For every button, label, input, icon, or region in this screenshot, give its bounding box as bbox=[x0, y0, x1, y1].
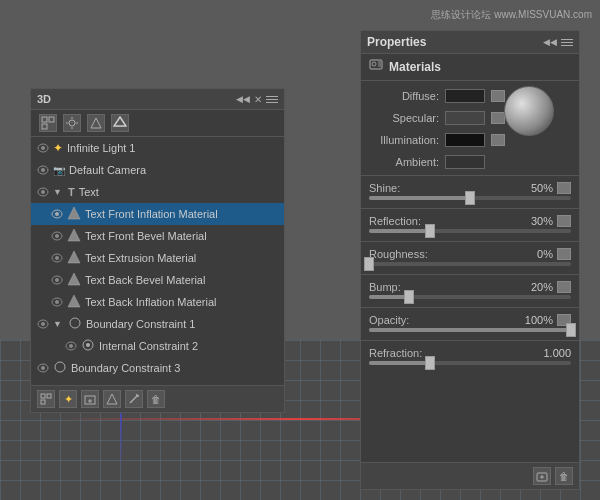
opacity-track[interactable] bbox=[369, 328, 571, 332]
svg-marker-17 bbox=[68, 207, 80, 219]
visibility-icon[interactable] bbox=[37, 164, 49, 176]
toolbar-light-btn[interactable] bbox=[63, 114, 81, 132]
visibility-icon[interactable] bbox=[37, 318, 49, 330]
panel-collapse-btn[interactable]: ◀◀ bbox=[236, 94, 250, 104]
refraction-thumb[interactable] bbox=[425, 356, 435, 370]
roughness-folder-btn[interactable] bbox=[557, 248, 571, 260]
roughness-thumb[interactable] bbox=[364, 257, 374, 271]
layer-text-front-inflation[interactable]: Text Front Inflation Material bbox=[31, 203, 284, 225]
refraction-track[interactable] bbox=[369, 361, 571, 365]
layer-type-icon: ✦ bbox=[53, 141, 63, 155]
layer-name: Internal Constraint 2 bbox=[99, 340, 278, 352]
panel-close-btn[interactable]: ✕ bbox=[254, 94, 262, 105]
visibility-icon[interactable] bbox=[51, 208, 63, 220]
opacity-thumb[interactable] bbox=[566, 323, 576, 337]
diffuse-swatch[interactable] bbox=[445, 89, 485, 103]
svg-point-32 bbox=[70, 318, 80, 328]
bottom-new-btn[interactable] bbox=[81, 390, 99, 408]
roughness-label-row: Roughness: 0% bbox=[369, 248, 571, 260]
shine-fill bbox=[369, 196, 470, 200]
illumination-row: Illumination: bbox=[361, 129, 521, 151]
reflection-folder-btn[interactable] bbox=[557, 215, 571, 227]
illumination-folder-btn[interactable] bbox=[491, 134, 505, 146]
bottom-delete-btn[interactable]: 🗑 bbox=[147, 390, 165, 408]
illumination-swatch[interactable] bbox=[445, 133, 485, 147]
toolbar-scene-btn[interactable] bbox=[39, 114, 57, 132]
refraction-fill bbox=[369, 361, 430, 365]
visibility-icon[interactable] bbox=[37, 142, 49, 154]
bump-thumb[interactable] bbox=[404, 290, 414, 304]
bump-track[interactable] bbox=[369, 295, 571, 299]
panel-3d: 3D ◀◀ ✕ ✦ Infinite Light 1 bbox=[30, 88, 285, 413]
opacity-label-row: Opacity: 100% bbox=[369, 314, 571, 326]
ambient-swatch[interactable] bbox=[445, 155, 485, 169]
refraction-label: Refraction: bbox=[369, 347, 422, 359]
panel-properties: Properties ◀◀ Materials Diffuse: Specula… bbox=[360, 30, 580, 490]
visibility-icon[interactable] bbox=[37, 186, 49, 198]
layer-boundary-1[interactable]: ▼ Boundary Constraint 1 bbox=[31, 313, 284, 335]
panel-menu-icon[interactable] bbox=[266, 96, 278, 103]
reflection-track[interactable] bbox=[369, 229, 571, 233]
svg-line-47 bbox=[130, 395, 138, 403]
opacity-fill bbox=[369, 328, 571, 332]
props-menu-icon[interactable] bbox=[561, 39, 573, 46]
visibility-icon[interactable] bbox=[51, 274, 63, 286]
svg-point-31 bbox=[41, 322, 45, 326]
layer-boundary-3[interactable]: Boundary Constraint 3 bbox=[31, 357, 284, 379]
props-new-btn[interactable] bbox=[533, 467, 551, 485]
shine-track[interactable] bbox=[369, 196, 571, 200]
chevron-down-icon[interactable]: ▼ bbox=[53, 187, 62, 197]
specular-folder-btn[interactable] bbox=[491, 112, 505, 124]
props-collapse-btn[interactable]: ◀◀ bbox=[543, 37, 557, 47]
bottom-material-btn[interactable] bbox=[103, 390, 121, 408]
svg-rect-40 bbox=[41, 394, 45, 398]
toolbar-materials-btn[interactable] bbox=[87, 114, 105, 132]
svg-rect-1 bbox=[49, 117, 54, 122]
visibility-icon[interactable] bbox=[37, 362, 49, 374]
roughness-value: 0% bbox=[518, 248, 553, 260]
layer-name: Text Extrusion Material bbox=[85, 252, 278, 264]
layer-text[interactable]: ▼ T Text bbox=[31, 181, 284, 203]
specular-swatch[interactable] bbox=[445, 111, 485, 125]
bump-fill bbox=[369, 295, 409, 299]
svg-marker-26 bbox=[68, 273, 80, 285]
visibility-icon[interactable] bbox=[51, 296, 63, 308]
shine-folder-btn[interactable] bbox=[557, 182, 571, 194]
shine-thumb[interactable] bbox=[465, 191, 475, 205]
chevron-down-icon[interactable]: ▼ bbox=[53, 319, 62, 329]
svg-marker-29 bbox=[68, 295, 80, 307]
reflection-label: Reflection: bbox=[369, 215, 421, 227]
layer-text-front-bevel[interactable]: Text Front Bevel Material bbox=[31, 225, 284, 247]
materials-tab-icon bbox=[369, 59, 383, 75]
layer-text-back-inflation[interactable]: Text Back Inflation Material bbox=[31, 291, 284, 313]
toolbar-meshes-btn[interactable] bbox=[111, 114, 129, 132]
material-sphere bbox=[504, 86, 554, 136]
reflection-value: 30% bbox=[518, 215, 553, 227]
divider-6 bbox=[361, 340, 579, 341]
layer-text-back-bevel[interactable]: Text Back Bevel Material bbox=[31, 269, 284, 291]
panel-3d-title: 3D bbox=[37, 93, 51, 105]
svg-marker-8 bbox=[114, 117, 126, 126]
visibility-icon[interactable] bbox=[65, 340, 77, 352]
refraction-value: 1.000 bbox=[536, 347, 571, 359]
visibility-icon[interactable] bbox=[51, 230, 63, 242]
layer-default-camera[interactable]: 📷 Default Camera bbox=[31, 159, 284, 181]
materials-tab[interactable]: Materials bbox=[361, 54, 579, 81]
diffuse-folder-btn[interactable] bbox=[491, 90, 505, 102]
props-delete-btn[interactable]: 🗑 bbox=[555, 467, 573, 485]
svg-point-3 bbox=[69, 120, 75, 126]
layer-text-extrusion[interactable]: Text Extrusion Material bbox=[31, 247, 284, 269]
bottom-scene-btn[interactable] bbox=[37, 390, 55, 408]
layer-infinite-light[interactable]: ✦ Infinite Light 1 bbox=[31, 137, 284, 159]
sphere-preview bbox=[504, 86, 554, 136]
visibility-icon[interactable] bbox=[51, 252, 63, 264]
bump-folder-btn[interactable] bbox=[557, 281, 571, 293]
divider-2 bbox=[361, 208, 579, 209]
layer-internal-2[interactable]: Internal Constraint 2 bbox=[31, 335, 284, 357]
opacity-value: 100% bbox=[518, 314, 553, 326]
bottom-constraint-btn[interactable] bbox=[125, 390, 143, 408]
reflection-thumb[interactable] bbox=[425, 224, 435, 238]
roughness-track[interactable] bbox=[369, 262, 571, 266]
opacity-slider-row: Opacity: 100% bbox=[361, 310, 579, 338]
bottom-light-btn[interactable]: ✦ bbox=[59, 390, 77, 408]
